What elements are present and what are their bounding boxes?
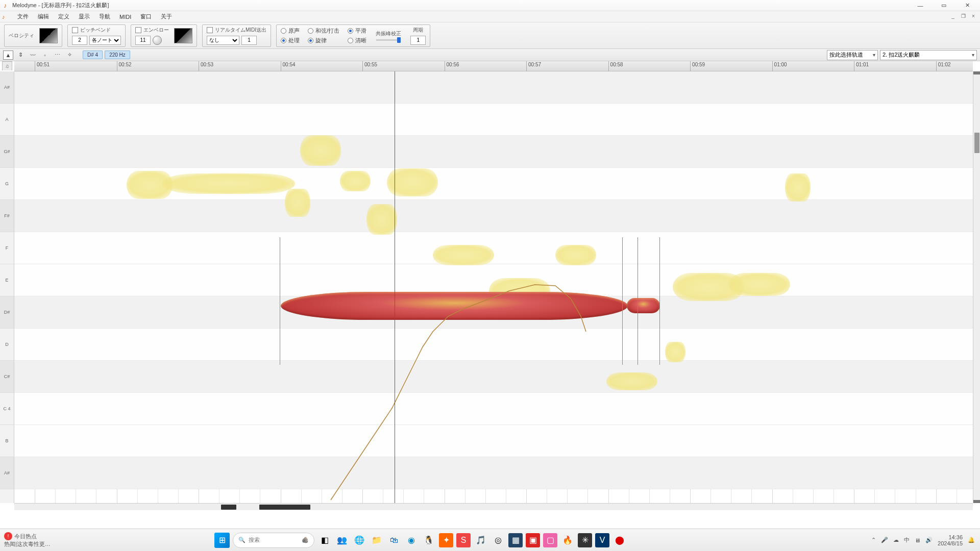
note-blob[interactable] [366,204,397,235]
editor-tab[interactable]: ♫ [2,61,12,70]
edge-icon[interactable]: 🌐 [352,533,366,547]
taskview-icon[interactable]: ◧ [317,533,332,547]
teams-icon[interactable]: 👥 [335,533,349,547]
tray-mic-icon[interactable]: 🎤 [881,537,888,543]
store-icon[interactable]: 🛍 [387,533,401,547]
note-blob[interactable] [162,173,295,194]
piano-key[interactable]: D# [0,296,14,329]
envelope-curve[interactable] [174,28,192,43]
app-icon-6[interactable]: ▢ [543,533,557,547]
realtime-mode[interactable]: なし [207,36,239,45]
arrow-tool[interactable]: ▲ [3,51,13,60]
menu-edit[interactable]: 编辑 [34,12,53,21]
tray-ime-icon[interactable]: 中 [904,536,910,544]
mdi-minimize[interactable]: _ [948,12,958,19]
tray-notifications-icon[interactable]: 🔔 [968,537,975,543]
pitchbend-checkbox[interactable] [72,27,78,33]
note-blob[interactable] [300,135,341,166]
note-blob[interactable] [785,173,811,202]
app-icon-2[interactable]: ✦ [439,533,453,547]
pitch-tool[interactable]: ⇕ [15,51,26,60]
app-icon-8[interactable]: ✳ [578,533,592,547]
piano-ruler[interactable]: A#AG#GF#FED#DC#C 4BA# [0,71,14,503]
playhead[interactable] [395,71,395,503]
start-button[interactable]: ⊞ [214,533,230,548]
separation-tool[interactable]: ⋯ [52,51,62,60]
radio-harmony[interactable] [308,28,313,34]
app-icon-7[interactable]: 🔥 [560,533,575,547]
menu-define[interactable]: 定义 [54,12,74,21]
qq-icon[interactable]: 🐧 [422,533,436,547]
menu-file[interactable]: 文件 [13,12,33,21]
app-icon-1[interactable]: ◉ [404,533,419,547]
tray-volume-icon[interactable]: 🔊 [925,537,933,543]
period-value[interactable] [410,36,426,45]
envelope-checkbox[interactable] [135,27,141,33]
steam-icon[interactable]: ◎ [491,533,505,547]
envelope-value[interactable] [135,36,151,45]
explorer-icon[interactable]: 📁 [370,533,384,547]
radio-clear[interactable] [348,38,353,43]
mdi-restore[interactable]: ❐ [959,12,968,19]
vertical-scrollbar[interactable] [973,71,980,503]
formant-slider[interactable] [376,39,401,41]
pitchbend-value[interactable] [72,36,87,45]
tray-clock[interactable]: 14:36 2024/8/15 [938,534,963,546]
piano-key[interactable]: F [0,232,14,264]
note-blob[interactable] [729,273,790,296]
track-select-placeholder[interactable]: 按此选择轨道 [827,50,878,60]
piano-key[interactable]: A [0,104,14,136]
track-select[interactable]: 2. 扣2送火麒麟 [880,50,977,60]
horizontal-scrollbar[interactable] [14,503,973,510]
time-ruler[interactable]: 00:5100:5200:5300:5400:5500:5600:5700:58… [14,61,973,71]
note-grid[interactable] [14,71,973,503]
menu-display[interactable]: 显示 [75,12,94,21]
piano-key[interactable]: B [0,425,14,457]
piano-key[interactable]: E [0,264,14,296]
news-widget[interactable]: !今日热点 热闻|这次毒性更… [0,531,92,549]
piano-key[interactable]: C# [0,361,14,393]
radio-original[interactable] [281,28,286,34]
envelope-knob[interactable] [153,36,162,45]
maximize-button[interactable]: ▭ [932,0,955,11]
piano-key[interactable]: F# [0,200,14,232]
music-icon[interactable]: 🎵 [474,533,488,547]
tray-chevron-icon[interactable]: ⌃ [871,537,876,543]
realtime-value[interactable] [241,36,257,45]
piano-key[interactable]: G# [0,136,14,168]
piano-key[interactable]: G [0,168,14,200]
amplitude-tool[interactable]: 〰 [28,51,38,60]
mdi-close[interactable]: × [969,12,978,19]
pitchbend-mode[interactable]: 各ノート [89,36,121,45]
app-icon-9[interactable]: V [595,533,609,547]
piano-key[interactable]: A# [0,457,14,489]
menu-nav[interactable]: 导航 [95,12,114,21]
note-blob[interactable] [285,189,310,217]
selection-range[interactable] [280,237,660,365]
move-tool[interactable]: ✧ [64,51,75,60]
note-blob[interactable] [340,171,371,191]
app-icon-5[interactable]: ▣ [526,533,540,547]
piano-key[interactable]: C 4 [0,393,14,425]
app-icon-3[interactable]: S [456,533,471,547]
piano-key[interactable]: D [0,329,14,361]
radio-smooth[interactable] [348,28,353,34]
tray-onedrive-icon[interactable]: ☁ [893,537,899,543]
time-tool[interactable]: ◦ [40,51,50,60]
app-icon-4[interactable]: ▦ [508,533,523,547]
radio-spinner[interactable] [308,38,313,43]
menu-about[interactable]: 关于 [157,12,176,21]
close-button[interactable]: ✕ [955,0,979,11]
minimize-button[interactable]: ― [909,0,932,11]
note-blob[interactable] [665,342,685,362]
radio-process[interactable] [281,38,286,43]
menu-window[interactable]: 窗口 [136,12,156,21]
realtime-checkbox[interactable] [207,27,213,33]
piano-key[interactable]: A# [0,71,14,104]
note-blob[interactable] [606,372,657,390]
tray-network-icon[interactable]: 🖥 [915,537,920,543]
taskbar-search[interactable]: 🔍 搜索 🪨 [233,533,314,548]
record-icon[interactable]: ⬤ [612,533,627,547]
velocity-curve[interactable] [39,28,58,43]
menu-midi[interactable]: MIDI [115,13,135,21]
